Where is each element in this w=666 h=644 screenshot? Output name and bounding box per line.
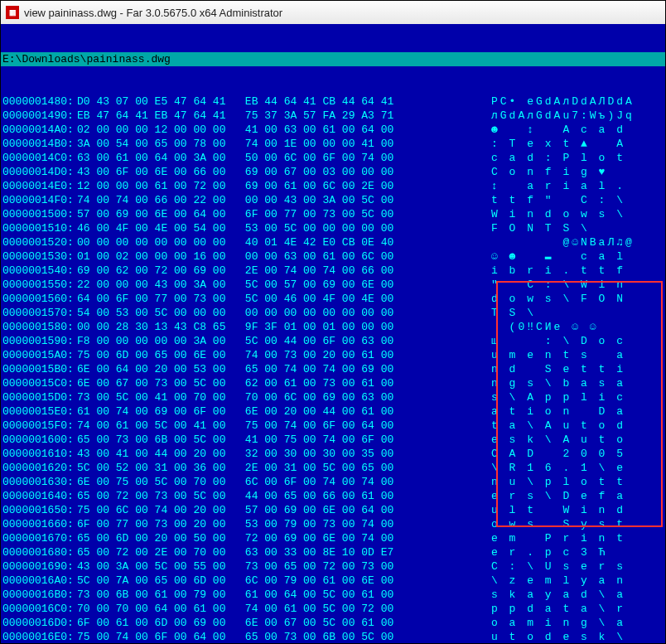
ascii: s \ A p p l i c	[491, 390, 665, 404]
offset: 0000001660:	[2, 517, 77, 531]
ascii: ☻ ↕ A c a d	[491, 123, 665, 137]
hex-row: 0000001650:75 00 6C 00 74 00 20 00 57 00…	[2, 503, 664, 517]
hex-row: 00000015C0:6E 00 67 00 73 00 5C 00 62 00…	[2, 376, 664, 390]
hex-row: 00000014B0:3A 00 54 00 65 00 78 00 74 00…	[2, 137, 664, 151]
hex-rows: 0000001480:D0 43 07 00 E5 47 64 41 EB 44…	[1, 94, 665, 643]
file-path: E:\Downloads\paininass.dwg	[1, 52, 665, 66]
ascii: n d S e t t i	[491, 362, 665, 376]
ascii: n g s \ b a s a	[491, 376, 665, 390]
ascii: : T e x t ▲ A	[491, 137, 665, 151]
offset: 0000001500:	[2, 207, 77, 221]
hex-row: 0000001480:D0 43 07 00 E5 47 64 41 EB 44…	[2, 94, 664, 109]
ascii: C o n f i g ♥	[491, 165, 665, 179]
hex-row: 00000016E0:75 00 74 00 6F 00 64 00 65 00…	[2, 630, 664, 643]
hex-bytes: 65 00 73 00 6B 00 5C 00 41 00 75 00 74 0…	[77, 433, 491, 447]
hex-bytes: 02 00 00 00 12 00 00 00 41 00 63 00 61 0…	[77, 123, 491, 137]
ascii: u t o d e s k \	[491, 630, 665, 643]
ascii: u l t W i n d	[491, 503, 665, 517]
ascii: o a m i n g \ a	[491, 616, 665, 630]
hex-bytes: 63 00 61 00 64 00 3A 00 50 00 6C 00 6F 0…	[77, 151, 491, 165]
hex-row: 00000014A0:02 00 00 00 12 00 00 00 41 00…	[2, 123, 664, 137]
hex-row: 00000016C0:70 00 70 00 64 00 61 00 74 00…	[2, 602, 664, 616]
far-window: ▦ view paininass.dwg - Far 3.0.5675.0 x6…	[0, 0, 666, 644]
hex-bytes: 75 00 74 00 6F 00 64 00 65 00 73 00 6B 0…	[77, 630, 491, 643]
hex-bytes: 70 00 70 00 64 00 61 00 74 00 61 00 5C 0…	[77, 602, 491, 616]
hex-bytes: 5C 00 52 00 31 00 36 00 2E 00 31 00 5C 0…	[77, 461, 491, 475]
titlebar[interactable]: ▦ view paininass.dwg - Far 3.0.5675.0 x6…	[1, 1, 665, 25]
hex-bytes: 6E 00 75 00 5C 00 70 00 6C 00 6F 00 74 0…	[77, 475, 491, 489]
offset: 0000001590:	[2, 334, 77, 348]
offset: 0000001640:	[2, 489, 77, 503]
hex-bytes: 65 00 6D 00 20 00 50 00 72 00 69 00 6E 0…	[77, 531, 491, 545]
offset: 0000001480:	[2, 94, 77, 109]
hex-row: 0000001500:57 00 69 00 6E 00 64 00 6F 00…	[2, 207, 664, 221]
hex-bytes: 54 00 53 00 5C 00 00 00 00 00 00 00 00 0…	[77, 306, 491, 320]
ascii: РC• eGdAлDdAЛDdA	[491, 94, 665, 109]
hex-row: 0000001520:00 00 00 00 00 00 00 00 40 01…	[2, 235, 664, 249]
ascii: e r s \ D e f a	[491, 489, 665, 503]
offset: 0000001530:	[2, 249, 77, 264]
hex-row: 0000001610:43 00 41 00 44 00 20 00 32 00…	[2, 447, 664, 461]
hex-bytes: 5C 00 7A 00 65 00 6D 00 6C 00 79 00 61 0…	[77, 574, 491, 588]
ascii: C A D 2 0 0 5	[491, 447, 665, 461]
offset: 00000016D0:	[2, 616, 77, 630]
hex-row: 0000001640:65 00 72 00 73 00 5C 00 44 00…	[2, 489, 664, 503]
hex-bytes: 65 00 72 00 73 00 5C 00 44 00 65 00 66 0…	[77, 489, 491, 503]
ascii: ш : \ D o c	[491, 334, 665, 348]
hex-bytes: 43 00 41 00 44 00 20 00 32 00 30 00 30 0…	[77, 447, 491, 461]
offset: 00000014C0:	[2, 151, 77, 165]
ascii: e r . p c 3 Ћ	[491, 545, 665, 559]
ascii: " C : \ W i n	[491, 278, 665, 292]
hex-row: 00000016D0:6F 00 61 00 6D 00 69 00 6E 00…	[2, 616, 664, 630]
ascii: c a d : P l o t	[491, 151, 665, 165]
ascii: W i n d o w s \	[491, 207, 665, 221]
offset: 0000001550:	[2, 278, 77, 292]
hex-bytes: 57 00 69 00 6E 00 64 00 6F 00 77 00 73 0…	[77, 207, 491, 221]
hex-bytes: EB 47 64 41 EB 47 64 41 75 37 3A 57 FA 2…	[77, 109, 491, 123]
hex-row: 0000001620:5C 00 52 00 31 00 36 00 2E 00…	[2, 461, 664, 475]
ascii: t a \ A u t o d	[491, 419, 665, 433]
hex-row: 00000014F0:74 00 74 00 66 00 22 00 00 00…	[2, 193, 664, 207]
ascii: T S \	[491, 306, 665, 320]
hex-row: 00000015B0:6E 00 64 00 20 00 53 00 65 00…	[2, 362, 664, 376]
offset: 0000001540:	[2, 264, 77, 278]
offset: 00000015A0:	[2, 348, 77, 362]
ascii: n u \ p l o t t	[491, 475, 665, 489]
offset: 0000001670:	[2, 531, 77, 545]
ascii: ☺ ☻ ▬ c a l	[491, 249, 665, 264]
ascii: t t f " C : \	[491, 193, 665, 207]
offset: 00000015B0:	[2, 362, 77, 376]
offset: 00000016C0:	[2, 602, 77, 616]
offset: 0000001520:	[2, 235, 77, 249]
offset: 00000014F0:	[2, 193, 77, 207]
offset: 00000016E0:	[2, 630, 77, 643]
offset: 0000001680:	[2, 545, 77, 559]
ascii: o w s S y s t	[491, 517, 665, 531]
ascii: i b r i . t t f	[491, 264, 665, 278]
offset: 00000016B0:	[2, 588, 77, 602]
offset: 0000001570:	[2, 306, 77, 320]
hex-bytes: 12 00 00 00 61 00 72 00 69 00 61 00 6C 0…	[77, 179, 491, 193]
offset: 0000001630:	[2, 475, 77, 489]
ascii: p p d a t a \ r	[491, 602, 665, 616]
offset: 0000001490:	[2, 109, 77, 123]
ascii: u m e n t s a	[491, 348, 665, 362]
hex-bytes: 46 00 4F 00 4E 00 54 00 53 00 5C 00 00 0…	[77, 221, 491, 235]
hex-row: 00000015E0:61 00 74 00 69 00 6F 00 6E 00…	[2, 404, 664, 419]
hex-bytes: F8 00 00 00 00 00 3A 00 5C 00 44 00 6F 0…	[77, 334, 491, 348]
hex-row: 00000015D0:73 00 5C 00 41 00 70 00 70 00…	[2, 390, 664, 404]
ascii: d o w s \ F O N	[491, 292, 665, 306]
hex-row: 0000001580:00 00 28 30 13 43 C8 65 9F 3F…	[2, 320, 664, 334]
hex-viewer[interactable]: E:\Downloads\paininass.dwg 0000001480:D0…	[1, 24, 665, 643]
ascii: e m P r i n t	[491, 531, 665, 545]
hex-bytes: 43 00 6F 00 6E 00 66 00 69 00 67 00 03 0…	[77, 165, 491, 179]
hex-row: 00000015F0:74 00 61 00 5C 00 41 00 75 00…	[2, 419, 664, 433]
ascii: e s k \ A u t o	[491, 433, 665, 447]
hex-bytes: 64 00 6F 00 77 00 73 00 5C 00 46 00 4F 0…	[77, 292, 491, 306]
hex-row: 0000001690:43 00 3A 00 5C 00 55 00 73 00…	[2, 559, 664, 574]
offset: 0000001650:	[2, 503, 77, 517]
offset: 00000016A0:	[2, 574, 77, 588]
offset: 00000014E0:	[2, 179, 77, 193]
hex-bytes: 6F 00 61 00 6D 00 69 00 6E 00 67 00 5C 0…	[77, 616, 491, 630]
hex-row: 0000001680:65 00 72 00 2E 00 70 00 63 00…	[2, 545, 664, 559]
